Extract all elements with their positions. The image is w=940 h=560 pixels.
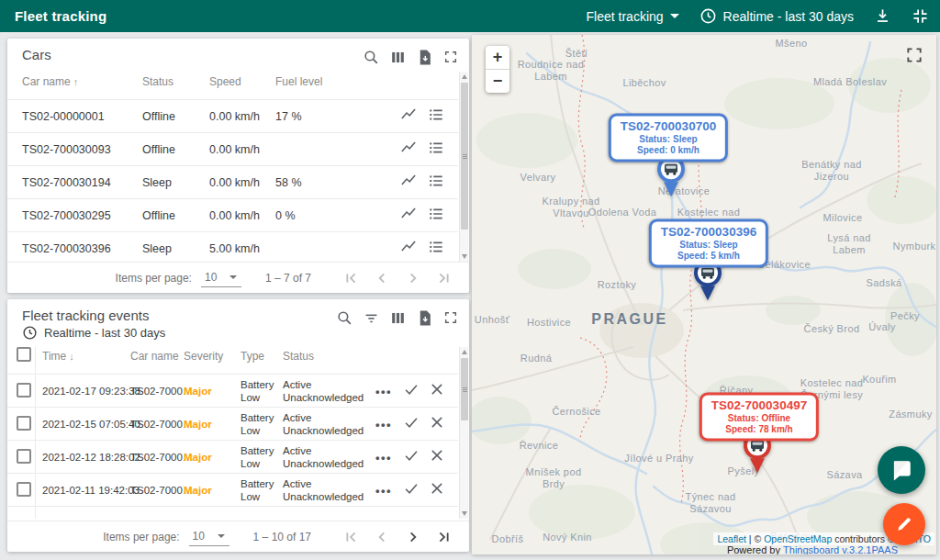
col-header-fuel[interactable]: Fuel level <box>275 75 322 88</box>
first-page-button[interactable] <box>339 266 363 290</box>
marker-speed: Speed: 5 km/h <box>661 251 756 261</box>
edit-dashboard-fab[interactable] <box>883 503 925 545</box>
timeseries-icon[interactable] <box>400 172 418 193</box>
first-page-button[interactable] <box>339 525 363 549</box>
timeseries-icon[interactable] <box>400 238 418 259</box>
osm-link[interactable]: OpenStreetMap <box>764 533 832 544</box>
search-icon[interactable] <box>333 307 355 329</box>
row-checkbox[interactable] <box>17 482 31 497</box>
last-page-button[interactable] <box>432 266 456 290</box>
timewindow-label: Realtime - last 30 days <box>723 9 854 24</box>
scrollbar-thumb[interactable] <box>461 83 468 230</box>
marker-speed: Speed: 0 km/h <box>621 145 716 155</box>
map-marker-tooltip[interactable]: TS02-700030700 Status: Sleep Speed: 0 km… <box>609 114 728 162</box>
exit-fullscreen-icon[interactable] <box>912 7 929 25</box>
more-actions-icon[interactable]: ••• <box>375 417 392 431</box>
col-header-car-name[interactable]: Car name↑ <box>22 75 78 88</box>
details-list-icon[interactable] <box>428 172 445 193</box>
col-header-severity[interactable]: Severity <box>184 350 223 363</box>
columns-icon[interactable] <box>386 307 408 329</box>
timeseries-icon[interactable] <box>400 139 418 160</box>
event-status-cell: Active Unacknowledged <box>283 443 375 470</box>
select-all-checkbox[interactable] <box>17 347 31 362</box>
timeseries-icon[interactable] <box>400 205 418 226</box>
filter-icon[interactable] <box>360 307 382 329</box>
scroll-down-arrow[interactable] <box>462 254 467 259</box>
more-actions-icon[interactable]: ••• <box>375 483 392 497</box>
timewindow-button[interactable]: Realtime - last 30 days <box>699 7 854 25</box>
fullscreen-icon[interactable] <box>440 46 462 68</box>
timeseries-icon[interactable] <box>400 106 418 127</box>
col-header-speed[interactable]: Speed <box>209 75 241 88</box>
map-widget[interactable]: ŠtětíRoudnice nad LabemLiběchovMšenoMlad… <box>472 35 936 554</box>
col-header-status[interactable]: Status <box>142 75 173 88</box>
table-row[interactable]: TS02-700030093 Offline 0.00 km/h <box>7 133 458 166</box>
download-icon[interactable] <box>874 7 891 25</box>
col-header-car-name[interactable]: Car name <box>130 350 179 363</box>
search-icon[interactable] <box>360 46 382 68</box>
table-row[interactable]: 2021-02-17 09:23:38 TS02-7000… Major Bat… <box>7 375 458 408</box>
dashboard-selector[interactable]: Fleet tracking <box>587 9 679 24</box>
table-row[interactable]: TS02-700030295 Offline 0.00 km/h 0 % <box>7 199 458 232</box>
col-header-type[interactable]: Type <box>241 350 264 363</box>
columns-icon[interactable] <box>386 46 408 68</box>
col-header-status[interactable]: Status <box>283 350 314 363</box>
table-row[interactable]: TS02-700030396 Sleep 5.00 km/h <box>7 232 458 262</box>
table-row[interactable]: TS02-700030194 Sleep 0.00 km/h 58 % <box>7 166 458 199</box>
map-marker-tooltip[interactable]: TS02-700030497 Status: Offline Speed: 78… <box>699 393 819 442</box>
details-list-icon[interactable] <box>428 238 445 259</box>
acknowledge-icon[interactable] <box>403 413 420 434</box>
fullscreen-icon[interactable] <box>440 307 462 329</box>
marker-speed: Speed: 78 km/h <box>711 424 807 434</box>
details-list-icon[interactable] <box>428 106 445 127</box>
next-page-button[interactable] <box>401 525 425 549</box>
vertical-scrollbar[interactable] <box>459 72 468 262</box>
row-checkbox[interactable] <box>17 416 31 431</box>
prev-page-button[interactable] <box>370 266 394 290</box>
car-speed-cell: 0.00 km/h <box>209 110 260 123</box>
leaflet-link[interactable]: Leaflet <box>717 533 746 544</box>
next-page-button[interactable] <box>401 266 425 290</box>
export-icon[interactable] <box>413 307 435 329</box>
scroll-down-arrow[interactable] <box>462 511 467 516</box>
events-timewindow[interactable]: Realtime - last 30 days <box>22 325 165 341</box>
clear-icon[interactable] <box>429 446 446 467</box>
thingsboard-link[interactable]: Thingsboard v.3.2.1PAAS <box>783 544 898 554</box>
details-list-icon[interactable] <box>428 139 445 160</box>
more-actions-icon[interactable]: ••• <box>375 384 392 398</box>
clear-icon[interactable] <box>429 413 446 434</box>
map-marker-tooltip[interactable]: TS02-700030396 Status: Sleep Speed: 5 km… <box>649 219 768 268</box>
map-fullscreen-icon[interactable] <box>905 46 923 68</box>
row-checkbox[interactable] <box>17 449 31 464</box>
details-list-icon[interactable] <box>428 205 445 226</box>
cars-paginator: Items per page: 10 1 – 7 of 7 <box>7 262 469 293</box>
prev-page-button[interactable] <box>370 525 394 549</box>
table-row[interactable]: TS02-00000001 Offline 0.00 km/h 17 % <box>7 100 458 133</box>
table-row[interactable]: 2021-02-11 19:42:03 TS02-7000… Major Bat… <box>7 474 458 507</box>
clear-icon[interactable] <box>429 380 446 401</box>
table-row[interactable]: 2021-02-15 07:05:40 TS02-7000… Major Bat… <box>7 408 458 441</box>
last-page-button[interactable] <box>432 525 456 549</box>
chat-widget-button[interactable] <box>878 446 925 494</box>
more-actions-icon[interactable]: ••• <box>375 450 392 464</box>
table-row[interactable]: 2021-02-12 18:28:02 TS02-7000… Major Bat… <box>7 441 458 474</box>
chevron-down-icon <box>670 14 679 18</box>
acknowledge-icon[interactable] <box>403 380 420 401</box>
marker-status: Status: Offline <box>711 413 807 423</box>
acknowledge-icon[interactable] <box>403 446 420 467</box>
row-checkbox[interactable] <box>17 383 31 398</box>
items-per-page-select[interactable]: 10 <box>189 528 229 546</box>
cars-widget: Cars Car name↑ Status Speed Fuel level T… <box>7 39 469 293</box>
vertical-scrollbar[interactable] <box>459 347 468 519</box>
zoom-out-button[interactable]: − <box>486 70 509 93</box>
items-per-page-select[interactable]: 10 <box>201 269 241 287</box>
clear-icon[interactable] <box>429 479 446 500</box>
col-header-time[interactable]: Time↓ <box>42 350 74 363</box>
acknowledge-icon[interactable] <box>403 479 420 500</box>
zoom-in-button[interactable]: + <box>486 46 509 69</box>
scroll-up-arrow[interactable] <box>462 74 467 79</box>
scroll-up-arrow[interactable] <box>462 350 467 354</box>
scrollbar-thumb[interactable] <box>461 358 468 420</box>
car-speed-cell: 0.00 km/h <box>209 209 260 222</box>
export-icon[interactable] <box>413 46 435 68</box>
